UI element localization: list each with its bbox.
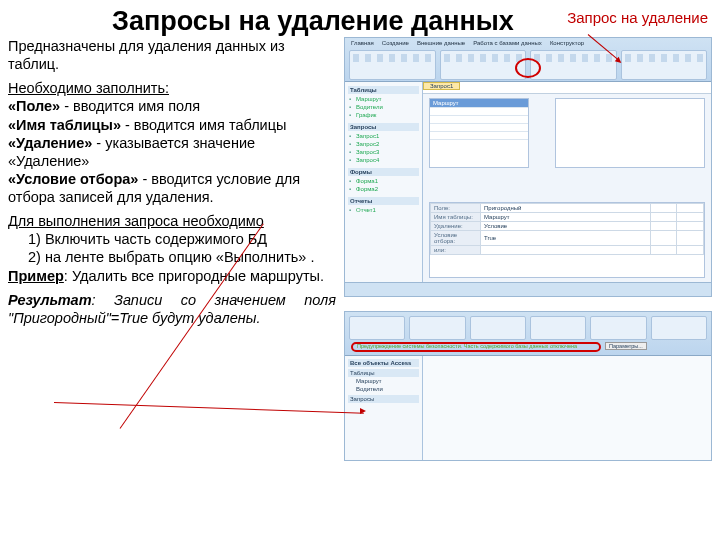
nav-group-queries[interactable]: Запросы	[348, 395, 419, 403]
navigation-pane[interactable]: Все объекты Access Таблицы Маршрут Водит…	[345, 356, 423, 460]
example-text: : Удалить все пригородные маршруты.	[64, 268, 324, 284]
status-bar	[345, 282, 711, 296]
ribbon-tab[interactable]: Конструктор	[550, 40, 584, 46]
security-warning-text: Предупреждение системы безопасности. Час…	[357, 343, 577, 349]
navigation-pane[interactable]: Таблицы Маршрут Водители График Запросы …	[345, 82, 423, 282]
nav-item[interactable]: Форма1	[348, 177, 419, 185]
nav-item[interactable]: Форма2	[348, 185, 419, 193]
grid-cell[interactable]: True	[481, 231, 651, 246]
step-2: 2) на ленте выбрать опцию «Выполнить» .	[8, 249, 314, 265]
designer-content: Запрос1 Маршрут Поле:Пригородный Имя таб…	[423, 82, 711, 282]
ribbon-group[interactable]	[530, 50, 617, 80]
delete-label: «Удаление»	[8, 135, 92, 151]
nav-header: Все объекты Access	[348, 359, 419, 367]
page-title: Запросы на удаление данных	[112, 6, 514, 37]
ribbon-group[interactable]	[440, 50, 527, 80]
exec-header: Для выполнения запроса необходимо	[8, 213, 264, 229]
step-1: 1) Включить часть содержимого БД	[8, 231, 267, 247]
grid-cell[interactable]: Маршрут	[481, 213, 651, 222]
fill-header: Необходимо заполнить:	[8, 80, 169, 96]
content-area	[423, 356, 711, 460]
ribbon-button[interactable]	[470, 316, 526, 340]
arrow-head-icon	[360, 408, 366, 414]
ribbon-button[interactable]	[409, 316, 465, 340]
nav-item[interactable]: Запрос2	[348, 140, 419, 148]
ribbon-tab[interactable]: Главная	[351, 40, 374, 46]
ribbon-tab[interactable]: Работа с базами данных	[473, 40, 542, 46]
text-column: Предназначены для удаления данных из таб…	[8, 37, 336, 461]
nav-group-queries[interactable]: Запросы	[348, 123, 419, 131]
grid-row-delete: Удаление:	[431, 222, 481, 231]
nav-group-reports[interactable]: Отчеты	[348, 197, 419, 205]
options-button[interactable]: Параметры...	[605, 342, 647, 350]
annotation-circle-run-icon	[515, 58, 541, 78]
field-label: «Поле»	[8, 98, 60, 114]
nav-item[interactable]: Водители	[348, 385, 419, 393]
ribbon-button[interactable]	[349, 316, 405, 340]
nav-group-tables[interactable]: Таблицы	[348, 86, 419, 94]
nav-item[interactable]: Запрос1	[348, 132, 419, 140]
nav-item[interactable]: Маршрут	[348, 95, 419, 103]
nav-item[interactable]: Запрос3	[348, 148, 419, 156]
grid-cell[interactable]: Условие	[481, 222, 651, 231]
table-label: «Имя таблицы»	[8, 117, 121, 133]
cond-label: «Условие отбора»	[8, 171, 138, 187]
ribbon-group[interactable]	[349, 50, 436, 80]
grid-row-field: Поле:	[431, 204, 481, 213]
grid-row-table: Имя таблицы:	[431, 213, 481, 222]
ribbon-tab[interactable]: Внешние данные	[417, 40, 465, 46]
table-field-list[interactable]: Маршрут	[429, 98, 529, 168]
ribbon: Главная Создание Внешние данные Работа с…	[345, 38, 711, 82]
field-text: - вводится имя поля	[60, 98, 200, 114]
nav-group-tables[interactable]: Таблицы	[348, 369, 419, 377]
screenshot-security-warning: Предупреждение системы безопасности. Час…	[344, 311, 712, 461]
example-label: Пример	[8, 268, 64, 284]
document-tab[interactable]: Запрос1	[423, 82, 460, 90]
nav-group-forms[interactable]: Формы	[348, 168, 419, 176]
grid-row-criteria: Условие отбора:	[431, 231, 481, 246]
table-text: - вводится имя таблицы	[121, 117, 286, 133]
ribbon-group[interactable]	[621, 50, 708, 80]
table-header: Маршрут	[430, 99, 528, 107]
nav-item[interactable]: Запрос4	[348, 156, 419, 164]
intro-text: Предназначены для удаления данных из таб…	[8, 37, 336, 73]
screenshot-access-designer: Главная Создание Внешние данные Работа с…	[344, 37, 712, 297]
nav-item[interactable]: График	[348, 111, 419, 119]
ribbon-button[interactable]	[651, 316, 707, 340]
corner-annotation: Запрос на удаление	[567, 6, 708, 27]
ribbon-button[interactable]	[590, 316, 646, 340]
nav-item[interactable]: Водители	[348, 103, 419, 111]
grid-row-or: или:	[431, 246, 481, 255]
grid-cell[interactable]: Пригородный	[481, 204, 651, 213]
query-design-grid[interactable]: Поле:Пригородный Имя таблицы:Маршрут Уда…	[429, 202, 705, 278]
ribbon-button[interactable]	[530, 316, 586, 340]
screenshots-column: Главная Создание Внешние данные Работа с…	[344, 37, 712, 461]
ribbon-tab[interactable]: Создание	[382, 40, 409, 46]
nav-item[interactable]: Маршрут	[348, 377, 419, 385]
nav-item[interactable]: Отчет1	[348, 206, 419, 214]
property-sheet[interactable]	[555, 98, 705, 168]
result-label: Результат	[8, 292, 92, 308]
